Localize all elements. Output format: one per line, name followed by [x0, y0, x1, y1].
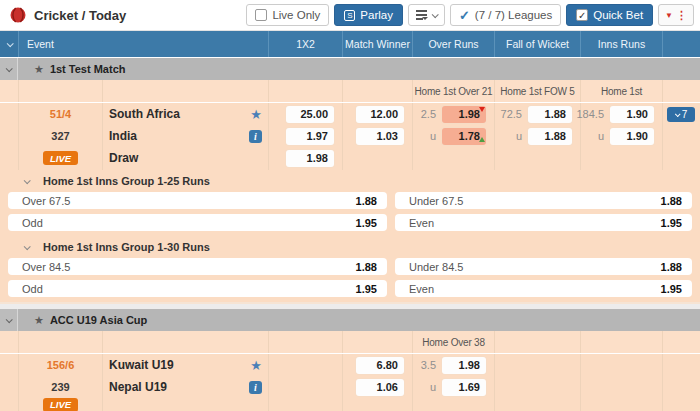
league-collapse-toggle[interactable] — [0, 58, 18, 80]
team-row-home[interactable]: South Africa ★ — [103, 103, 268, 125]
favorite-star-icon[interactable]: ★ — [250, 358, 262, 373]
market-home-1st-fow-5: Home 1st FOW 5 — [494, 80, 580, 102]
odds-fow-under[interactable]: 1.88 — [528, 128, 572, 145]
group-header-1-30-runs[interactable]: Home 1st Inns Group 1-30 Runs — [0, 236, 700, 258]
bet-even[interactable]: Even1.95 — [395, 214, 692, 231]
market-home-over-38: Home Over 38 — [412, 331, 494, 353]
odds-under[interactable]: 1.78 — [442, 128, 486, 145]
chevron-down-icon — [675, 111, 681, 117]
favorite-star-icon[interactable]: ★ — [250, 107, 262, 122]
topbar-controls: Live Only S Parlay ✓ (7 / 7) Leagues ✓ Q… — [246, 4, 694, 26]
column-match-winner: Match Winner — [342, 31, 412, 57]
column-1x2: 1X2 — [268, 31, 342, 57]
odds-fow-column — [494, 354, 580, 411]
leagues-filter[interactable]: ✓ (7 / 7) Leagues — [450, 4, 561, 26]
page-title: Cricket / Today — [34, 8, 126, 23]
odds-down-icon — [479, 107, 485, 112]
bet-under-67-5[interactable]: Under 67.51.88 — [395, 192, 692, 209]
bet-under-84-5[interactable]: Under 84.51.88 — [395, 258, 692, 275]
bet-odd[interactable]: Odd1.95 — [8, 214, 387, 231]
topbar: Cricket / Today Live Only S Parlay ✓ (7 … — [0, 0, 700, 31]
odds-winner-away[interactable]: 1.06 — [356, 379, 404, 396]
inns-under-handicap: u — [581, 130, 604, 142]
home-score: 156/6 — [47, 359, 75, 371]
odds-winner-home[interactable]: 6.80 — [356, 357, 404, 374]
odds-fow-column: 72.5 1.88 u 1.88 — [494, 103, 580, 170]
odds-sort-button[interactable]: ▼ ⋮ — [658, 4, 694, 26]
team-row-home[interactable]: Kuwait U19 ★ — [103, 354, 268, 376]
parlay-button[interactable]: S Parlay — [334, 4, 403, 26]
odds-under[interactable]: 1.69 — [442, 379, 486, 396]
draw-label: Draw — [109, 151, 138, 165]
league-bar-acc-u19-asia-cup[interactable]: ★ ACC U19 Asia Cup — [0, 309, 700, 331]
odds-over-runs-column: 3.5 1.98 u 1.69 — [412, 354, 494, 411]
parlay-label: Parlay — [360, 9, 393, 21]
table-header: Event 1X2 Match Winner Over Runs Fall of… — [0, 31, 700, 57]
league-collapse-toggle[interactable] — [0, 309, 18, 331]
chevron-down-icon — [6, 316, 13, 323]
group-header-1-25-runs[interactable]: Home 1st Inns Group 1-25 Runs — [0, 170, 700, 192]
team-column: South Africa ★ India i Draw — [102, 103, 268, 170]
under-handicap: u — [413, 381, 436, 393]
bet-over-84-5[interactable]: Over 84.51.88 — [8, 258, 387, 275]
team-row-away[interactable]: Nepal U19 i — [103, 376, 268, 398]
group-row: Over 67.51.88 Under 67.51.88 — [0, 192, 700, 209]
team-row-away[interactable]: India i — [103, 125, 268, 147]
fow-under-handicap: u — [495, 130, 522, 142]
red-dots-icon: ⋮ — [676, 9, 687, 22]
bet-odd[interactable]: Odd1.95 — [8, 280, 387, 297]
league-bar-1st-test-match[interactable]: ★ 1st Test Match — [0, 58, 700, 80]
odds-inns-over[interactable]: 1.90 — [610, 106, 654, 123]
home-team-name: South Africa — [109, 107, 180, 121]
bet-even[interactable]: Even1.95 — [395, 280, 692, 297]
group-row: Odd1.95 Even1.95 — [0, 214, 700, 231]
quick-bet-button[interactable]: ✓ Quick Bet — [566, 4, 653, 26]
info-icon[interactable]: i — [249, 130, 262, 143]
odds-winner-away[interactable]: 1.03 — [356, 128, 404, 145]
cricket-ball-icon — [10, 7, 26, 23]
chevron-down-icon — [6, 65, 13, 72]
info-icon[interactable]: i — [249, 381, 262, 394]
league-star-icon[interactable]: ★ — [34, 63, 44, 76]
match-row-south-africa-india: 51/4 327 LIVE South Africa ★ India i Dra… — [0, 103, 700, 170]
live-only-checkbox[interactable] — [255, 9, 267, 21]
live-only-label: Live Only — [272, 9, 320, 21]
live-only-toggle[interactable]: Live Only — [246, 4, 329, 26]
leagues-label: (7 / 7) Leagues — [475, 9, 552, 21]
odds-inns-column — [580, 354, 662, 411]
check-icon: ✓ — [459, 8, 470, 23]
odds-over[interactable]: 1.98 — [442, 106, 486, 123]
group-row: Over 84.51.88 Under 84.51.88 — [0, 258, 700, 275]
collapse-all-toggle[interactable] — [0, 31, 18, 57]
league-star-icon[interactable]: ★ — [34, 314, 44, 327]
column-inns-runs: Inns Runs — [580, 31, 662, 57]
live-badge: LIVE — [43, 151, 78, 165]
over-handicap: 2.5 — [413, 108, 436, 120]
more-markets-button[interactable]: 7 — [667, 107, 695, 122]
quick-bet-checkbox[interactable]: ✓ — [576, 9, 588, 21]
quick-bet-label: Quick Bet — [593, 9, 643, 21]
market-home-1st-over-21: Home 1st Over 21 — [412, 80, 494, 102]
odds-1x2-away[interactable]: 1.97 — [286, 128, 334, 145]
odds-inns-under[interactable]: 1.90 — [610, 128, 654, 145]
odds-winner-home[interactable]: 12.00 — [356, 106, 404, 123]
odds-1x2-home[interactable]: 25.00 — [286, 106, 334, 123]
odds-over[interactable]: 1.98 — [442, 357, 486, 374]
odds-1x2-draw[interactable]: 1.98 — [286, 150, 334, 167]
odds-over-runs-column: 2.5 1.98 u 1.78 — [412, 103, 494, 170]
group-title: Home 1st Inns Group 1-30 Runs — [43, 241, 210, 253]
row-gutter — [0, 354, 18, 411]
home-team-name: Kuwait U19 — [109, 358, 174, 372]
market-home-1st: Home 1st — [580, 80, 662, 102]
fow-handicap: 72.5 — [495, 108, 522, 120]
odds-fow-over[interactable]: 1.88 — [528, 106, 572, 123]
live-badge: LIVE — [43, 398, 78, 411]
section-divider — [0, 302, 700, 309]
column-over-runs: Over Runs — [412, 31, 494, 57]
display-options-dropdown[interactable] — [408, 4, 445, 26]
over-handicap: 3.5 — [413, 359, 436, 371]
bet-over-67-5[interactable]: Over 67.51.88 — [8, 192, 387, 209]
away-score: 327 — [51, 130, 69, 142]
chevron-down-icon — [6, 40, 13, 47]
menu-lines-icon — [416, 10, 427, 20]
